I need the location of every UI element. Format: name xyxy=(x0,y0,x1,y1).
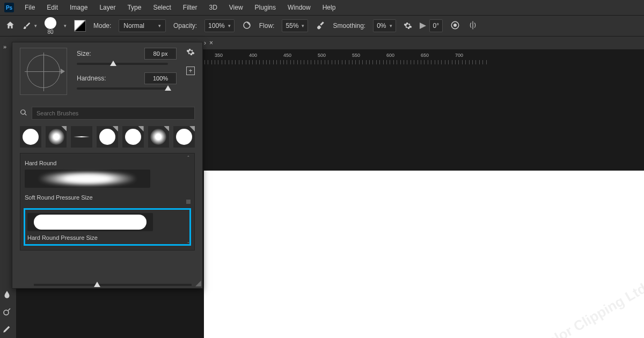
airbrush-icon[interactable] xyxy=(316,20,325,32)
brush-thumb[interactable] xyxy=(173,126,195,148)
pressure-opacity-icon[interactable] xyxy=(242,20,252,32)
brush-thumb[interactable] xyxy=(46,126,67,148)
flow-select[interactable]: 55% ▾ xyxy=(282,19,308,32)
chevron-down-icon[interactable]: ▾ xyxy=(64,23,67,28)
menu-edit[interactable]: Edit xyxy=(41,2,63,13)
options-bar: ▾ 80 ▾ Mode: Normal ▾ Opacity: 100% ▾ Fl… xyxy=(0,15,644,36)
svg-point-2 xyxy=(454,24,457,26)
brush-list-item-selected[interactable]: Hard Round Pressure Size xyxy=(24,208,191,246)
tools-panel xyxy=(0,290,14,334)
brush-settings-icon[interactable] xyxy=(74,20,86,32)
angle-icon xyxy=(420,23,426,29)
smoothing-select[interactable]: 0% ▾ xyxy=(373,19,396,32)
menu-select[interactable]: Select xyxy=(148,2,176,13)
tab-overflow-icon[interactable]: › xyxy=(204,39,206,47)
pen-tool-icon[interactable] xyxy=(2,324,12,334)
opacity-select[interactable]: 100% ▾ xyxy=(204,19,235,32)
size-slider[interactable] xyxy=(77,63,168,65)
menu-type[interactable]: Type xyxy=(122,2,147,13)
brush-thumb[interactable] xyxy=(122,126,144,148)
brush-preview-dot xyxy=(45,17,56,29)
size-input[interactable] xyxy=(144,48,177,60)
brush-tip-preview[interactable] xyxy=(20,48,67,95)
menu-help[interactable]: Help xyxy=(317,2,341,13)
opacity-label: Opacity: xyxy=(173,22,197,30)
brush-list-item[interactable]: Hard Round xyxy=(24,158,191,192)
hardness-input[interactable] xyxy=(144,72,177,84)
menu-file[interactable]: File xyxy=(19,2,40,13)
scroll-thumb[interactable] xyxy=(186,200,191,204)
panel-resize-handle[interactable]: ◢ xyxy=(195,278,201,287)
smoothing-label: Smoothing: xyxy=(333,22,365,30)
brush-angle-control[interactable]: 0° xyxy=(420,19,443,32)
preview-size-slider[interactable] xyxy=(34,284,192,286)
hardness-label: Hardness: xyxy=(77,75,106,82)
scroll-down-icon[interactable]: ˇ xyxy=(187,242,189,248)
new-brush-icon[interactable]: + xyxy=(186,67,195,75)
dodge-tool-icon[interactable] xyxy=(2,307,12,317)
brush-preset-panel: Size: Hardness: + xyxy=(12,42,203,289)
menu-image[interactable]: Image xyxy=(64,2,93,13)
menu-bar: Ps File Edit Image Layer Type Select Fil… xyxy=(0,0,644,15)
search-icon xyxy=(20,109,27,118)
app-logo: Ps xyxy=(4,3,14,12)
watermark-text: Color Clipping Ltd. Color Clipping Ltd. xyxy=(417,267,644,338)
opacity-value: 100% xyxy=(208,22,225,30)
brush-name: Hard Round Pressure Size xyxy=(27,234,187,241)
angle-value: 0° xyxy=(433,22,439,30)
symmetry-icon[interactable] xyxy=(467,20,478,32)
brush-thumb[interactable] xyxy=(71,126,92,148)
brush-name: Hard Round xyxy=(25,160,190,166)
flow-value: 55% xyxy=(286,22,298,30)
brush-thumb[interactable] xyxy=(97,126,118,148)
pressure-size-icon[interactable] xyxy=(450,20,460,32)
home-icon[interactable] xyxy=(5,20,15,32)
smoothing-gear-icon[interactable] xyxy=(404,21,412,30)
mode-label: Mode: xyxy=(93,22,111,30)
tool-preset-picker[interactable]: ▾ xyxy=(23,21,37,30)
chevron-down-icon: ▾ xyxy=(158,23,161,28)
blend-mode-value: Normal xyxy=(123,22,144,30)
menu-layer[interactable]: Layer xyxy=(94,2,121,13)
blend-mode-select[interactable]: Normal ▾ xyxy=(119,19,166,32)
svg-point-3 xyxy=(4,310,9,315)
chevron-down-icon: ▾ xyxy=(228,23,231,28)
menu-filter[interactable]: Filter xyxy=(178,2,203,13)
brush-preset-picker[interactable]: 80 xyxy=(45,17,56,35)
menu-plugins[interactable]: Plugins xyxy=(250,2,281,13)
recent-brushes-row xyxy=(20,126,195,148)
expand-panels-icon[interactable]: » xyxy=(0,42,10,52)
menu-window[interactable]: Window xyxy=(282,2,316,13)
menu-3d[interactable]: 3D xyxy=(203,2,222,13)
brush-size-number: 80 xyxy=(47,29,53,35)
chevron-down-icon: ▾ xyxy=(302,23,304,28)
close-tab-icon[interactable]: × xyxy=(209,39,213,47)
panel-settings-gear-icon[interactable] xyxy=(186,48,195,58)
smoothing-value: 0% xyxy=(377,22,386,30)
brush-thumb[interactable] xyxy=(148,126,170,148)
blur-tool-icon[interactable] xyxy=(2,290,12,299)
brush-name: Soft Round Pressure Size xyxy=(25,194,190,201)
brush-thumb[interactable] xyxy=(20,126,41,148)
document-canvas[interactable]: Color Clipping Ltd. Color Clipping Ltd. xyxy=(204,171,644,338)
brush-list: Hard Round Soft Round Pressure Size Hard… xyxy=(20,153,195,251)
flow-label: Flow: xyxy=(259,22,275,30)
search-brushes-input[interactable] xyxy=(32,107,195,120)
svg-point-0 xyxy=(244,22,250,28)
chevron-down-icon: ▾ xyxy=(390,23,392,28)
brush-list-item[interactable]: Soft Round Pressure Size xyxy=(24,192,191,208)
size-label: Size: xyxy=(77,50,91,57)
scroll-up-icon[interactable]: ˆ xyxy=(187,156,189,161)
chevron-down-icon: ▾ xyxy=(34,23,37,28)
hardness-slider[interactable] xyxy=(77,87,168,90)
menu-view[interactable]: View xyxy=(224,2,248,13)
